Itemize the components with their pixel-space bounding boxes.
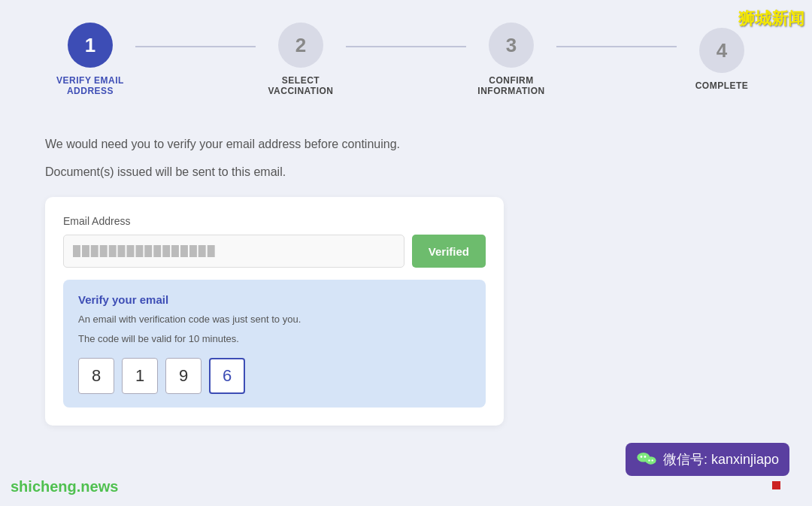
step-3: 3 CONFIRM INFORMATION	[466, 23, 556, 96]
red-dot	[772, 481, 780, 489]
watermark-wechat-text: 微信号: kanxinjiapo	[663, 450, 779, 468]
step-2-circle: 2	[278, 23, 323, 68]
email-label: Email Address	[63, 215, 486, 227]
step-3-label: CONFIRM INFORMATION	[477, 75, 544, 96]
step-1: 1 VERIFY EMAIL ADDRESS	[45, 23, 135, 96]
svg-point-2	[644, 456, 646, 458]
intro-line2: Document(s) issued will be sent to this …	[45, 162, 767, 182]
step-2-label: SELECT VACCINATION	[268, 75, 333, 96]
email-row: Verified	[63, 235, 486, 268]
step-3-circle: 3	[489, 23, 534, 68]
step-1-circle: 1	[68, 23, 113, 68]
code-boxes: 8 1 9 6	[78, 358, 471, 394]
svg-point-3	[646, 456, 656, 465]
connector-2-3	[346, 46, 466, 47]
verify-desc-line2: The code will be valid for 10 minutes.	[78, 332, 471, 347]
verify-panel: Verify your email An email with verifica…	[63, 280, 486, 408]
intro-line1: We would need you to verify your email a…	[45, 134, 767, 154]
step-4: 4 COMPLETE	[677, 28, 767, 91]
connector-3-4	[556, 46, 677, 47]
verify-title: Verify your email	[78, 293, 471, 306]
watermark-bottom-right: 微信号: kanxinjiapo	[626, 443, 789, 476]
verified-button: Verified	[412, 235, 486, 268]
verify-desc-line1: An email with verification code was just…	[78, 312, 471, 327]
watermark-bottom-left: shicheng.news	[11, 478, 118, 495]
svg-point-1	[641, 456, 643, 458]
svg-point-5	[651, 459, 653, 461]
step-2: 2 SELECT VACCINATION	[256, 23, 346, 96]
email-input[interactable]	[63, 235, 404, 268]
code-digit-2[interactable]: 1	[122, 358, 158, 394]
code-digit-3[interactable]: 9	[165, 358, 201, 394]
wechat-icon	[636, 449, 657, 470]
svg-point-4	[648, 459, 650, 461]
step-1-label: VERIFY EMAIL ADDRESS	[56, 75, 124, 96]
stepper: 1 VERIFY EMAIL ADDRESS 2 SELECT VACCINAT…	[45, 23, 767, 96]
email-card: Email Address Verified Verify your email…	[45, 197, 504, 426]
code-digit-1[interactable]: 8	[78, 358, 114, 394]
step-4-circle: 4	[699, 28, 744, 73]
connector-1-2	[135, 46, 256, 47]
code-digit-4[interactable]: 6	[209, 358, 245, 394]
step-4-label: COMPLETE	[695, 80, 749, 91]
watermark-top-right: 狮城新闻	[738, 8, 804, 30]
